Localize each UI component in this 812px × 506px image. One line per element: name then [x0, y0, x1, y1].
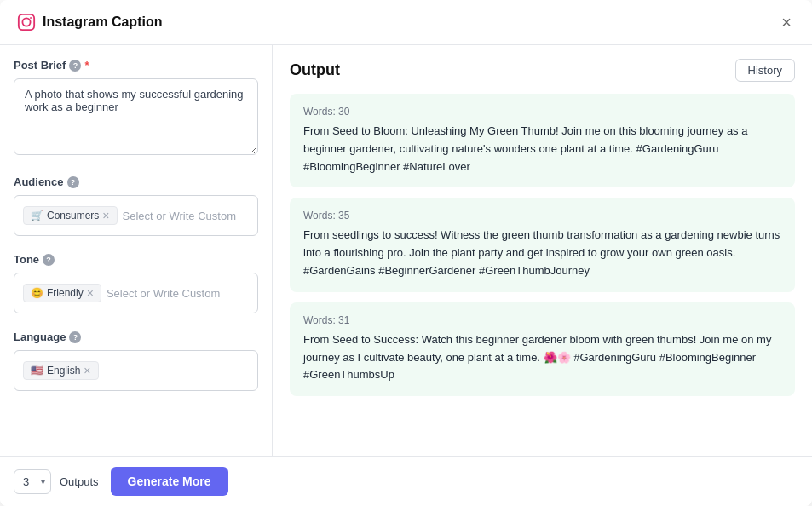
- right-panel: Output History Words: 30 From Seed to Bl…: [273, 45, 812, 456]
- language-label: Language ?: [14, 331, 258, 343]
- outputs-select[interactable]: 12345: [14, 469, 51, 494]
- tone-label: Tone ?: [14, 253, 258, 266]
- modal-container: Instagram Caption × Post Brief ? * A pho…: [0, 0, 812, 506]
- audience-tag: 🛒 Consumers ×: [23, 206, 118, 225]
- audience-tag-label: Consumers: [47, 210, 99, 221]
- tone-tag-label: Friendly: [47, 287, 84, 299]
- output-header: Output History: [290, 59, 795, 82]
- output-text: From Seed to Bloom: Unleashing My Green …: [303, 123, 781, 175]
- output-card: Words: 31 From Seed to Success: Watch th…: [290, 302, 795, 396]
- language-section: Language ? 🇺🇸 English ×: [14, 331, 258, 391]
- tone-tag-remove[interactable]: ×: [87, 287, 94, 299]
- tone-tag: 😊 Friendly ×: [23, 284, 101, 302]
- outputs-label: Outputs: [60, 475, 99, 488]
- instagram-icon: [17, 13, 36, 32]
- audience-help-icon[interactable]: ?: [67, 176, 79, 188]
- svg-rect-0: [19, 14, 34, 30]
- tone-section: Tone ? 😊 Friendly × Select or Write Cust…: [14, 253, 258, 313]
- audience-tag-input[interactable]: 🛒 Consumers × Select or Write Custom: [14, 195, 258, 236]
- tone-placeholder: Select or Write Custom: [107, 287, 220, 300]
- tone-tag-emoji: 😊: [31, 287, 43, 299]
- language-help-icon[interactable]: ?: [69, 331, 81, 343]
- outputs-select-wrapper: 12345 ▾: [14, 469, 51, 494]
- history-button[interactable]: History: [735, 59, 795, 82]
- generate-more-button[interactable]: Generate More: [111, 467, 228, 496]
- tone-tag-input[interactable]: 😊 Friendly × Select or Write Custom: [14, 273, 258, 313]
- language-tag: 🇺🇸 English ×: [23, 361, 99, 380]
- output-card: Words: 30 From Seed to Bloom: Unleashing…: [290, 94, 795, 187]
- post-brief-label: Post Brief ? *: [14, 59, 258, 72]
- language-tag-input[interactable]: 🇺🇸 English ×: [14, 350, 258, 391]
- post-brief-section: Post Brief ? * A photo that shows my suc…: [14, 59, 258, 158]
- modal-header: Instagram Caption ×: [0, 0, 812, 45]
- tone-help-icon[interactable]: ?: [43, 254, 55, 266]
- modal-title: Instagram Caption: [43, 14, 162, 30]
- audience-section: Audience ? 🛒 Consumers × Select or Write…: [14, 175, 258, 236]
- language-tag-emoji: 🇺🇸: [31, 365, 43, 377]
- words-label: Words: 35: [303, 210, 781, 221]
- audience-tag-remove[interactable]: ×: [102, 210, 109, 221]
- post-brief-textarea[interactable]: A photo that shows my successful gardeni…: [14, 78, 258, 155]
- post-brief-help-icon[interactable]: ?: [69, 60, 81, 72]
- audience-label: Audience ?: [14, 175, 258, 188]
- svg-point-2: [30, 17, 32, 19]
- close-button[interactable]: ×: [778, 12, 795, 32]
- output-text: From seedlings to success! Witness the g…: [303, 227, 781, 279]
- output-text: From Seed to Success: Watch this beginne…: [303, 331, 781, 384]
- audience-tag-emoji: 🛒: [31, 210, 43, 221]
- words-label: Words: 30: [303, 106, 781, 118]
- svg-point-1: [22, 18, 30, 26]
- required-star: *: [84, 59, 89, 72]
- words-label: Words: 31: [303, 314, 781, 326]
- header-left: Instagram Caption: [17, 13, 162, 32]
- language-tag-label: English: [47, 365, 80, 377]
- output-card: Words: 35 From seedlings to success! Wit…: [290, 198, 795, 291]
- audience-placeholder: Select or Write Custom: [123, 210, 236, 222]
- modal-footer: 12345 ▾ Outputs Generate More: [0, 456, 812, 506]
- language-tag-remove[interactable]: ×: [84, 365, 90, 377]
- output-title: Output: [290, 61, 340, 79]
- output-cards-list: Words: 30 From Seed to Bloom: Unleashing…: [290, 94, 795, 396]
- modal-body: Post Brief ? * A photo that shows my suc…: [0, 45, 812, 456]
- left-panel: Post Brief ? * A photo that shows my suc…: [0, 45, 273, 456]
